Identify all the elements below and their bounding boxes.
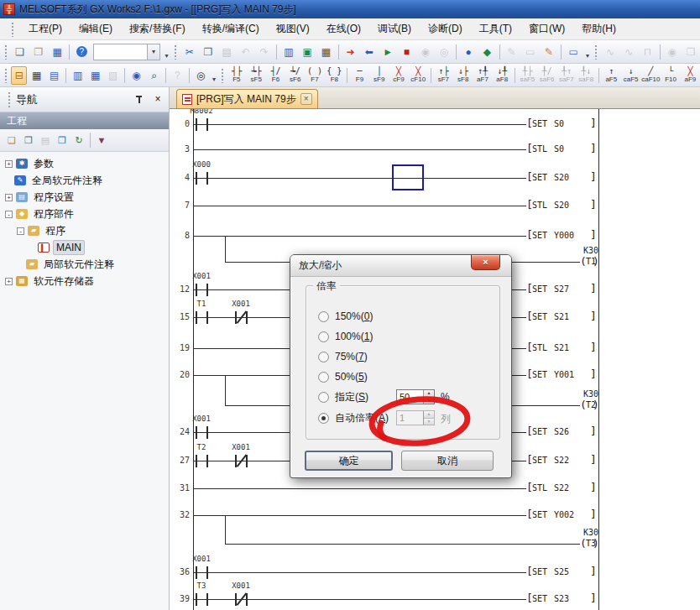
toolbar-grip[interactable] bbox=[594, 44, 598, 60]
read-from-plc-icon[interactable]: ⬅ bbox=[361, 43, 378, 61]
ladder-symbol-aF7[interactable]: ↑╀aF7 bbox=[473, 65, 492, 86]
radio-button[interactable] bbox=[318, 311, 329, 322]
tree-item-main-program[interactable]: ▍MAIN bbox=[0, 239, 169, 256]
menu-item-10[interactable]: 帮助(H) bbox=[573, 19, 624, 38]
open-project-icon[interactable]: ❐ bbox=[30, 43, 47, 61]
zoom-combobox[interactable]: ▾ bbox=[93, 44, 161, 60]
ladder-symbol-F5[interactable]: ┤├F5 bbox=[227, 65, 246, 86]
dialog-close-button[interactable]: × bbox=[471, 255, 500, 270]
spinner-value[interactable]: 50 bbox=[397, 390, 423, 404]
ladder-symbol-cF9[interactable]: ╳cF9 bbox=[389, 65, 408, 86]
ladder-symbol-F8[interactable]: { }F8 bbox=[325, 65, 344, 86]
tree-item-program-parts[interactable]: -◆程序部件 bbox=[0, 206, 169, 222]
cut-icon[interactable]: ✂ bbox=[181, 43, 198, 61]
copy-with-info-icon[interactable]: ❐ bbox=[54, 132, 71, 149]
radio-option-75%-7[interactable]: 75%(7) bbox=[318, 350, 368, 363]
toolbar-overflow-icon[interactable]: ▾ bbox=[162, 43, 171, 61]
radio-button[interactable] bbox=[318, 392, 329, 403]
expand-icon[interactable]: + bbox=[5, 278, 13, 285]
device-off-icon[interactable]: ◆ bbox=[478, 43, 495, 61]
menu-item-9[interactable]: 窗口(W) bbox=[520, 19, 573, 38]
ladder-symbol-aF8[interactable]: ↓╀aF8 bbox=[493, 65, 512, 86]
radio-option-自动倍率-A[interactable]: 自动倍率(A) bbox=[318, 411, 389, 425]
device-display-icon[interactable]: ◉ bbox=[128, 66, 144, 85]
collapse-icon[interactable]: - bbox=[17, 227, 24, 235]
menu-item-4[interactable]: 视图(V) bbox=[268, 19, 318, 38]
device-comment-edit-icon[interactable]: ▥ bbox=[70, 66, 86, 85]
menu-item-5[interactable]: 在线(O) bbox=[318, 19, 369, 38]
ok-button[interactable]: 确定 bbox=[305, 451, 393, 471]
find-icon[interactable]: ◎ bbox=[193, 66, 209, 85]
spinner-arrows[interactable]: ▲▼ bbox=[423, 390, 434, 404]
menu-grip[interactable] bbox=[11, 22, 15, 37]
monitor-start-icon[interactable]: ► bbox=[379, 43, 396, 61]
toolbar-grip[interactable] bbox=[174, 44, 178, 60]
ladder-symbol-sF7[interactable]: ↑├sF7 bbox=[434, 65, 453, 86]
menu-item-8[interactable]: 工具(T) bbox=[471, 19, 520, 38]
new-item-icon[interactable]: ❏ bbox=[3, 132, 20, 149]
menu-item-1[interactable]: 编辑(E) bbox=[71, 19, 121, 38]
radio-option-50%-5[interactable]: 50%(5) bbox=[318, 370, 368, 383]
write-to-plc-icon[interactable]: ➜ bbox=[342, 43, 359, 61]
radio-button[interactable] bbox=[318, 372, 329, 383]
ladder-symbol-cF10[interactable]: ╳cF10 bbox=[409, 65, 428, 86]
module-config-icon[interactable]: ▦ bbox=[29, 66, 44, 85]
menu-item-3[interactable]: 转换/编译(C) bbox=[194, 19, 268, 38]
radio-button[interactable] bbox=[318, 352, 329, 362]
expand-icon[interactable]: + bbox=[5, 160, 13, 168]
help-icon[interactable]: ? bbox=[73, 43, 90, 61]
toolbar-overflow-icon[interactable]: ▾ bbox=[210, 66, 218, 85]
tree-item-program-folder[interactable]: -▰程序 bbox=[0, 222, 169, 239]
toolbar-grip[interactable] bbox=[221, 68, 224, 83]
menu-item-6[interactable]: 调试(B) bbox=[369, 19, 420, 38]
menu-item-2[interactable]: 搜索/替换(F) bbox=[121, 19, 194, 38]
radio-option-150%-0[interactable]: 150%(0) bbox=[318, 310, 373, 323]
copy-item-icon[interactable]: ❐ bbox=[20, 132, 37, 149]
spinner-percent[interactable]: 50▲▼ bbox=[396, 389, 435, 404]
note-display-icon[interactable]: ✎ bbox=[541, 43, 557, 61]
toolbar-overflow-icon[interactable]: ▾ bbox=[582, 43, 592, 61]
tab-close-icon[interactable]: × bbox=[300, 93, 312, 105]
radio-button[interactable] bbox=[318, 413, 329, 424]
combo-dropdown-icon[interactable]: ▾ bbox=[147, 44, 159, 60]
new-project-icon[interactable]: ❏ bbox=[12, 43, 29, 61]
nav-grip[interactable] bbox=[8, 91, 12, 108]
edit-cursor-box[interactable] bbox=[392, 164, 424, 190]
list-view-icon[interactable]: ▤ bbox=[46, 66, 62, 85]
device-test-icon[interactable]: ▦ bbox=[317, 43, 334, 61]
ladder-symbol-aF9[interactable]: ╳aF9 bbox=[681, 65, 700, 86]
cancel-button[interactable]: 取消 bbox=[401, 451, 494, 471]
toolbar-grip[interactable] bbox=[4, 44, 8, 60]
tree-item-global-comment[interactable]: ✎全局软元件注释 bbox=[0, 172, 169, 189]
title-bar[interactable]: ╬ MELSOFT系列 GX Works2 F:\1.gxw - [[PRG]写… bbox=[0, 0, 700, 18]
ladder-symbol-sF6[interactable]: ┶/sF6 bbox=[285, 65, 305, 86]
ladder-symbol-F7[interactable]: ( )F7 bbox=[305, 65, 324, 86]
save-project-icon[interactable]: ▦ bbox=[49, 43, 65, 61]
tree-item-program-setting[interactable]: +▤程序设置 bbox=[0, 189, 169, 206]
copy-icon[interactable]: ❐ bbox=[200, 43, 217, 61]
menu-item-7[interactable]: 诊断(D) bbox=[420, 19, 471, 38]
ladder-symbol-F9[interactable]: ─F9 bbox=[350, 65, 369, 86]
radio-button[interactable] bbox=[318, 331, 329, 342]
device-comment-icon[interactable]: ▥ bbox=[280, 43, 297, 61]
spinner-down-icon[interactable]: ▼ bbox=[424, 398, 434, 404]
ladder-symbol-sF8[interactable]: ↓├sF8 bbox=[453, 65, 473, 86]
menu-item-0[interactable]: 工程(P) bbox=[20, 19, 71, 38]
expand-icon[interactable]: + bbox=[5, 194, 13, 201]
spinner-up-icon[interactable]: ▲ bbox=[424, 390, 434, 398]
ladder-symbol-caF10[interactable]: ╱caF10 bbox=[640, 65, 661, 86]
ladder-symbol-F10[interactable]: └F10 bbox=[661, 65, 680, 86]
tab-main-program[interactable]: [PRG]写入 MAIN 79步 × bbox=[176, 89, 318, 108]
collapse-icon[interactable]: - bbox=[5, 211, 13, 218]
device-memory-edit-icon[interactable]: ▦ bbox=[87, 66, 103, 85]
radio-option-指定-S[interactable]: 指定(S) bbox=[318, 390, 368, 404]
tree-item-parameter[interactable]: +✱参数 bbox=[0, 155, 169, 172]
device-on-icon[interactable]: ● bbox=[460, 43, 477, 61]
tree-item-device-memory[interactable]: +▦软元件存储器 bbox=[0, 273, 169, 289]
navigation-window-icon[interactable]: ⊟ bbox=[11, 66, 27, 85]
device-search-icon[interactable]: ⌕ bbox=[146, 66, 162, 85]
pin-icon[interactable] bbox=[133, 94, 145, 106]
sort-filter-icon[interactable]: ▼ bbox=[93, 132, 110, 149]
ladder-symbol-F6[interactable]: ┤/F6 bbox=[266, 65, 285, 86]
ladder-symbol-aF5[interactable]: ↑aF5 bbox=[602, 65, 621, 86]
